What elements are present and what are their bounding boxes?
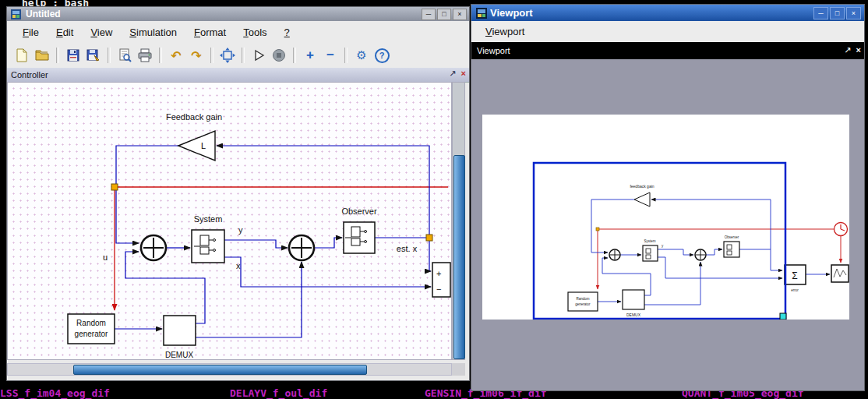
- sum-block-2[interactable]: [289, 235, 314, 260]
- mini-random-label-2: generator: [575, 302, 591, 306]
- window-title: Viewport: [490, 7, 533, 19]
- menu-file[interactable]: File: [15, 24, 47, 41]
- save-button[interactable]: [63, 45, 83, 65]
- observer-label: Observer: [341, 207, 377, 216]
- vertical-scrollbar[interactable]: [452, 82, 465, 360]
- detach-panel-icon[interactable]: ↗: [844, 45, 851, 55]
- save-icon: [65, 48, 81, 63]
- mini-gain-block: [634, 192, 650, 207]
- fit-to-window-icon: [220, 48, 235, 63]
- horizontal-scrollbar-thumb[interactable]: [73, 365, 367, 375]
- mini-demux-block: [623, 290, 644, 309]
- zoom-in-icon: +: [306, 48, 314, 63]
- print-button[interactable]: [135, 45, 155, 65]
- viewport-panel-header: Viewport ↗ ×: [471, 42, 864, 59]
- menu-viewport[interactable]: Viewport: [478, 23, 532, 40]
- x-label: x: [236, 261, 241, 270]
- menu-edit[interactable]: Edit: [48, 24, 81, 41]
- settings-button[interactable]: ⚙: [351, 45, 372, 65]
- toolbar-separator: [293, 48, 296, 63]
- run-simulation-button[interactable]: [249, 45, 269, 65]
- feedback-gain-block[interactable]: L: [178, 131, 215, 161]
- scrollbar-corner: [452, 363, 465, 376]
- minimize-button[interactable]: ─: [422, 9, 436, 20]
- mini-observer-label: Observer: [725, 235, 739, 239]
- u-label: u: [103, 252, 108, 262]
- panel-title: Controller: [11, 70, 48, 79]
- demux-label: DEMUX: [165, 351, 193, 359]
- demux-block[interactable]: [164, 316, 196, 345]
- feedback-gain-label: Feedback gain: [166, 112, 222, 122]
- link-handle-2[interactable]: [426, 235, 432, 241]
- editor-titlebar[interactable]: Untitled ─ □ ×: [7, 7, 469, 21]
- est-x-label: est. x: [397, 244, 418, 253]
- terminal-file-1: LSS_f_im04_eog_dif: [0, 387, 110, 399]
- diagram: L Feedback gain u System y x: [7, 82, 452, 360]
- random-generator-block[interactable]: Random generator: [68, 314, 115, 344]
- viewport-canvas[interactable]: feedback gain System y Observer: [482, 115, 849, 320]
- close-button[interactable]: ×: [453, 9, 467, 20]
- maximize-button[interactable]: □: [437, 9, 451, 20]
- mini-error-sum-block: Σ: [785, 265, 806, 284]
- gain-label: L: [201, 141, 206, 150]
- system-block[interactable]: [192, 230, 224, 263]
- fit-diagram-button[interactable]: [217, 45, 238, 65]
- detach-panel-icon[interactable]: ↗: [449, 69, 456, 79]
- error-sum-block[interactable]: + −: [432, 263, 450, 297]
- toolbar-separator: [344, 48, 348, 63]
- controller-panel-header: Controller ↗ ×: [7, 68, 469, 83]
- mini-sum-1: [609, 249, 620, 260]
- menu-tools[interactable]: Tools: [235, 24, 274, 41]
- menu-format[interactable]: Format: [186, 24, 234, 41]
- viewport-resize-handle[interactable]: [780, 313, 786, 320]
- close-button[interactable]: ×: [846, 7, 861, 19]
- redo-button[interactable]: ↷: [186, 45, 206, 65]
- minimize-button[interactable]: ─: [813, 7, 828, 19]
- sum-block-1[interactable]: [141, 235, 166, 260]
- menu-simulation[interactable]: Simulation: [122, 24, 185, 41]
- mini-random-label-1: Random: [576, 297, 589, 301]
- viewport-menu-bar: Viewport: [471, 21, 864, 43]
- new-button[interactable]: [12, 45, 32, 65]
- stop-icon: [271, 48, 287, 63]
- viewport-window: Viewport ─ □ × Viewport Viewport ↗ ×: [471, 4, 865, 391]
- mini-observer-block: [724, 242, 739, 257]
- mini-link-handle: [596, 228, 599, 231]
- toolbar-separator: [56, 48, 59, 63]
- close-panel-icon[interactable]: ×: [856, 45, 861, 55]
- maximize-button[interactable]: □: [830, 7, 845, 19]
- undo-button[interactable]: ↶: [166, 45, 186, 65]
- help-button[interactable]: ?: [372, 45, 392, 65]
- mini-sum-2: [695, 249, 706, 260]
- diagram-canvas[interactable]: L Feedback gain u System y x: [7, 82, 452, 360]
- link-handle-1[interactable]: [111, 184, 118, 190]
- menu-help[interactable]: ?: [277, 24, 298, 41]
- open-button[interactable]: [32, 45, 52, 65]
- zoom-out-icon: −: [326, 48, 334, 63]
- close-panel-icon[interactable]: ×: [461, 69, 466, 79]
- toolbar-separator: [242, 48, 245, 63]
- horizontal-scrollbar[interactable]: [7, 363, 452, 376]
- observer-block[interactable]: [344, 222, 375, 253]
- print-preview-icon: [117, 48, 132, 63]
- zoom-in-button[interactable]: +: [300, 45, 320, 65]
- viewport-titlebar[interactable]: Viewport ─ □ ×: [471, 5, 864, 21]
- mini-clock-block: [834, 223, 848, 236]
- toolbar-separator: [108, 48, 111, 63]
- gear-icon: ⚙: [356, 48, 366, 62]
- print-preview-button[interactable]: [115, 45, 135, 65]
- viewport-mini-diagram: feedback gain System y Observer: [482, 115, 849, 320]
- toolbar-separator: [159, 48, 162, 63]
- open-folder-icon: [34, 48, 50, 63]
- mini-y-label: y: [662, 244, 664, 248]
- vertical-scrollbar-thumb[interactable]: [453, 155, 465, 359]
- printer-icon: [137, 48, 153, 63]
- zoom-out-button[interactable]: −: [320, 45, 340, 65]
- mini-error-label: error: [791, 288, 799, 292]
- plus-port-label: +: [436, 269, 441, 278]
- save-as-button[interactable]: [83, 45, 104, 65]
- stop-simulation-button[interactable]: [269, 45, 289, 65]
- undo-icon: ↶: [171, 48, 181, 63]
- menu-view[interactable]: View: [83, 24, 120, 41]
- random-generator-label-2: generator: [75, 330, 108, 338]
